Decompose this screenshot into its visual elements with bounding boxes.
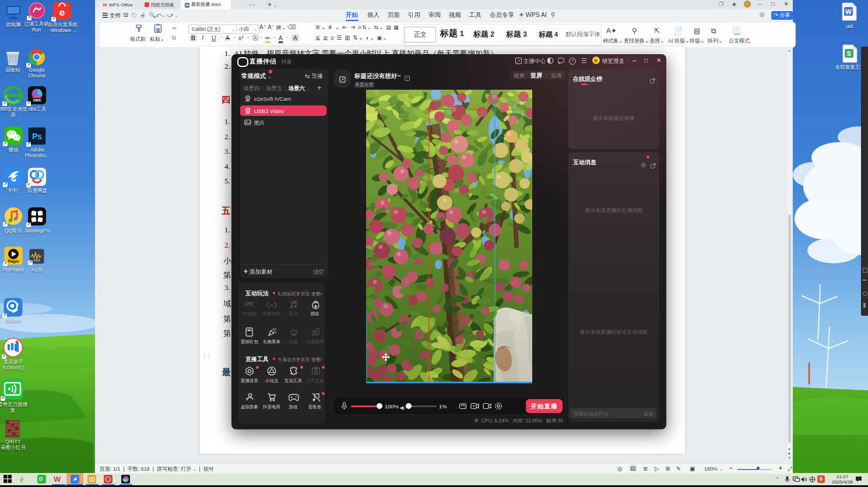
svg-text:S: S [847, 50, 851, 57]
svg-text:Player: Player [8, 259, 19, 264]
svg-text:Ps: Ps [32, 132, 42, 141]
svg-text:AIZB: AIZB [33, 259, 40, 262]
svg-text:W: W [845, 8, 852, 15]
svg-text:e: e [59, 7, 65, 18]
svg-text:OBS: OBS [33, 98, 41, 102]
